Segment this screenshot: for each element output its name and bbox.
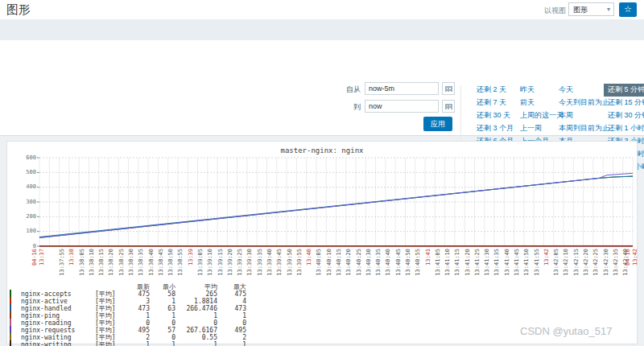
x-axis-label: 13:39:25 (237, 249, 244, 287)
quick-range-link[interactable]: 上周的这一天 (520, 109, 564, 122)
x-axis-label: 13:42 (543, 249, 551, 287)
legend-cell: nginx-writing (21, 341, 95, 346)
from-label: 自从 (336, 84, 361, 95)
legend-cell: 4 (217, 298, 246, 305)
time-filter-bar: ‹ 缩小 › 还剩 5 分钟 过滤器 (0, 19, 644, 41)
legend-cell: 1.8814 (175, 298, 217, 305)
star-icon: ☆ (624, 4, 632, 14)
from-input[interactable] (365, 82, 439, 95)
to-input[interactable] (365, 100, 439, 113)
quick-range-link[interactable]: 还剩 30 分钟 (608, 109, 644, 122)
x-axis-label: 13:38 (68, 249, 76, 287)
x-axis-label: 13:39:55 (296, 249, 303, 287)
graph-card: master-nginx: nginx 最新最小平均最大nginx-accept… (6, 141, 638, 344)
legend-cell: 63 (150, 305, 175, 312)
legend-cell: 58 (150, 290, 175, 298)
kiosk-mode-button[interactable]: ☆ (619, 2, 637, 17)
x-axis-date-label: 04-16 13:37 (31, 249, 46, 273)
x-axis-label: 13:41 (425, 249, 432, 287)
quick-range-link[interactable]: 前天 (520, 97, 564, 109)
quick-range-link[interactable]: 还剩 3 个月 (477, 122, 514, 135)
legend-cell: 1 (150, 298, 175, 305)
x-axis-label: 13:40:50 (405, 249, 412, 287)
calendar-icon (445, 86, 452, 92)
x-axis-label: 13:41:40 (504, 249, 511, 287)
x-axis-label: 13:40:25 (356, 249, 363, 287)
legend-cell: nginx-requests (21, 327, 95, 334)
legend-cell: 1 (217, 341, 246, 346)
legend-row-nginx-writing: nginx-writing[平均]1111 (10, 341, 246, 346)
x-axis-label: 13:41:25 (474, 249, 481, 287)
x-axis-label: 13:39:10 (207, 249, 214, 287)
x-axis-label: 13:39:05 (197, 249, 204, 287)
quick-range-link[interactable]: 还剩 2 天 (477, 84, 514, 97)
legend-row-nginx-handled: nginx-handled[平均]47363266.4746473 (10, 305, 246, 312)
legend-row-nginx-ping: nginx-ping[平均]1111 (10, 312, 246, 319)
legend-cell: 0 (150, 319, 175, 327)
y-axis-label: 300 (17, 199, 36, 206)
legend-cell: nginx-ping (21, 312, 95, 319)
x-axis-label: 13:42:25 (592, 249, 600, 287)
legend-cell: 2 (121, 334, 150, 341)
legend-cell: 475 (121, 290, 150, 298)
quick-range-link[interactable]: 还剩 30 天 (477, 109, 514, 122)
graph-legend: 最新最小平均最大nginx-accepts[平均]47558265475ngin… (10, 283, 246, 346)
x-axis-label: 13:39:15 (217, 249, 225, 287)
legend-cell: 0 (121, 319, 150, 327)
x-axis-label: 13:38:05 (79, 249, 86, 287)
x-axis-label: 13:41:15 (454, 249, 461, 287)
legend-cell: nginx-active (21, 298, 95, 305)
to-calendar-button[interactable] (442, 100, 455, 113)
from-calendar-button[interactable] (442, 82, 455, 95)
quick-range-link[interactable]: 昨天 (520, 84, 564, 97)
view-as-value: 图形 (573, 6, 588, 14)
legend-row-nginx-reading: nginx-reading[平均]0000 (10, 319, 246, 327)
quick-range-link[interactable]: 还剩 15 分钟 (608, 97, 644, 109)
x-axis-label: 13:42:05 (553, 249, 560, 287)
x-axis-label: 13:40:10 (326, 249, 333, 287)
legend-cell: 473 (121, 305, 150, 312)
quick-range-link[interactable]: 还剩 1 小时 (608, 122, 644, 135)
legend-cell: 3 (121, 298, 150, 305)
x-axis-label: 13:41:10 (444, 249, 452, 287)
quick-range-link[interactable]: 还剩 7 天 (477, 97, 514, 109)
top-header: 图形 以视图 图形 ▾ ☆ (0, 0, 644, 20)
legend-cell: 1 (121, 312, 150, 319)
x-axis-label: 13:42:15 (573, 249, 580, 287)
x-axis-label: 13:40:30 (365, 249, 373, 287)
legend-cell: 475 (217, 290, 246, 298)
x-axis-label: 13:39:40 (266, 249, 274, 287)
y-axis-label: 200 (17, 213, 36, 220)
graph-plot (7, 142, 637, 250)
legend-cell: 495 (121, 327, 150, 334)
quick-range-link[interactable]: 上一周 (520, 122, 564, 135)
x-axis-label: 13:41:30 (484, 249, 491, 287)
x-axis-label: 13:40:15 (336, 249, 343, 287)
legend-row-nginx-active: nginx-active[平均]311.88144 (10, 298, 246, 305)
x-axis-label: 13:40 (306, 249, 313, 287)
view-as-select[interactable]: 图形 ▾ (568, 2, 614, 16)
x-axis-label: 13:38:20 (108, 249, 115, 287)
x-axis-label: 13:42:35 (613, 249, 620, 287)
legend-row-nginx-accepts: nginx-accepts[平均]47558265475 (10, 290, 246, 298)
x-axis-label: 13:42:30 (603, 249, 610, 287)
quick-range-link[interactable]: 还剩 5 分钟 (604, 84, 644, 97)
x-axis-label: 13:38:55 (177, 249, 184, 287)
x-axis-label: 13:41:35 (493, 249, 501, 287)
x-axis-label: 13:40:55 (415, 249, 422, 287)
x-axis-label: 13:38:10 (89, 249, 96, 287)
legend-cell: 266.4746 (175, 305, 217, 312)
x-axis-label: 13:40:05 (316, 249, 323, 287)
x-axis-label: 13:38:15 (98, 249, 105, 287)
x-axis-label: 13:38:30 (128, 249, 135, 287)
x-axis-label: 13:40:45 (395, 249, 402, 287)
to-label: 到 (336, 102, 361, 113)
calendar-icon (445, 104, 452, 109)
y-axis-label: 600 (17, 154, 36, 162)
legend-cell: 265 (175, 290, 217, 298)
legend-cell: nginx-handled (21, 305, 95, 312)
apply-button[interactable]: 应用 (423, 117, 452, 131)
legend-cell: 1 (175, 312, 217, 319)
x-axis-label: 13:41:20 (464, 249, 472, 287)
y-axis-label: 500 (17, 169, 36, 176)
